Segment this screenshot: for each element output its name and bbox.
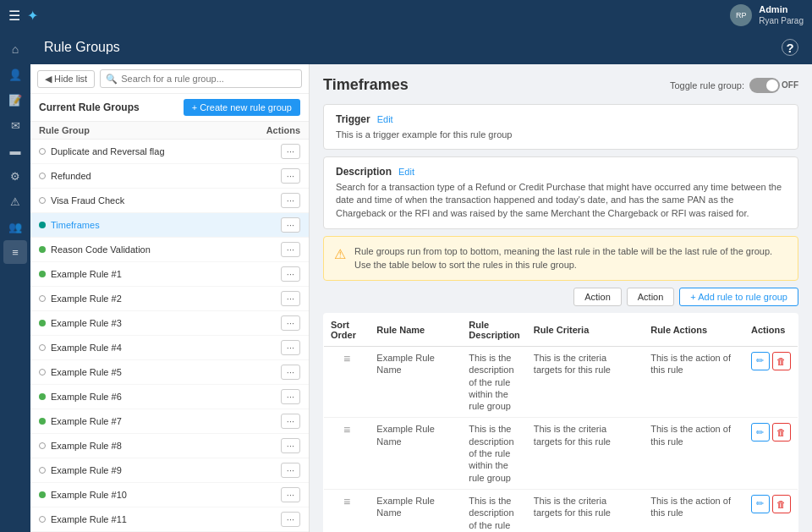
rule-name-col-header: Rule Name [370,313,462,346]
sort-order-col-header: Sort Order [324,313,370,346]
rule-group-col-header: Rule Group [39,125,90,135]
rule-item-name: Example Rule #7 [51,416,122,426]
drag-handle-icon[interactable]: ≡ [343,495,350,508]
rule-item-actions-button[interactable]: ··· [281,193,300,208]
rule-description-col-header: Rule Description [462,313,527,346]
trigger-label: Trigger [336,113,370,125]
action-button-1[interactable]: Action [573,288,622,306]
trigger-text: This is a trigger example for this rule … [336,129,512,140]
rule-list-item[interactable]: Example Rule #2··· [30,287,309,311]
rule-item-name: Example Rule #3 [51,318,122,328]
rule-list-item[interactable]: Visa Fraud Check··· [30,189,309,213]
rule-list-item[interactable]: Example Rule #1··· [30,262,309,287]
rule-list-item[interactable]: Duplicate and Reversal flag··· [30,140,309,164]
rule-list-item[interactable]: Example Rule #4··· [30,336,309,360]
avatar: RP [730,4,752,26]
warning-icon: ⚠ [334,246,346,262]
rule-list-item[interactable]: Refunded··· [30,164,309,189]
rule-list-item[interactable]: Timeframes··· [30,213,309,238]
delete-row-button[interactable]: 🗑 [772,352,791,370]
rule-criteria-cell: This is the criteria targets for this ru… [527,346,644,417]
rule-item-name: Example Rule #1 [51,269,122,279]
rule-item-actions-button[interactable]: ··· [281,217,300,233]
mail-icon[interactable]: ✉ [3,113,27,137]
top-logo-icon: ✦ [27,8,38,24]
toggle-label: Toggle rule group: [670,80,744,90]
rule-list-item[interactable]: Example Rule #3··· [30,311,309,336]
description-text: Search for a transaction type of a Refun… [336,182,782,218]
rule-item-actions-button[interactable]: ··· [281,463,300,478]
rule-item-actions-button[interactable]: ··· [281,389,300,404]
rules-table: Sort Order Rule Name Rule Description Ru… [323,313,798,532]
alert-icon[interactable]: ⚠ [3,189,27,213]
bars-icon[interactable]: ▬ [3,139,27,162]
help-icon[interactable]: ? [782,39,798,56]
rule-actions-col-header: Rule Actions [644,313,744,346]
rule-item-actions-button[interactable]: ··· [281,315,300,331]
settings-icon[interactable]: ⚙ [3,164,27,188]
rule-list-item[interactable]: Example Rule #5··· [30,360,309,385]
edit-row-button[interactable]: ✏ [751,352,770,370]
rule-name-cell: Example Rule Name [370,346,462,417]
rule-item-name: Example Rule #5 [51,367,122,377]
action-button-2[interactable]: Action [627,288,675,306]
rule-item-actions-button[interactable]: ··· [281,414,300,429]
rule-list-item[interactable]: Reason Code Validation··· [30,238,309,262]
rule-item-actions-button[interactable]: ··· [281,291,300,306]
rule-item-actions-button[interactable]: ··· [281,242,300,257]
rule-item-actions-button[interactable]: ··· [281,487,300,502]
rule-status-dot [39,148,46,155]
description-edit-link[interactable]: Edit [398,167,414,177]
hide-list-button[interactable]: ◀ Hide list [37,70,95,88]
rule-item-actions-button[interactable]: ··· [281,144,300,159]
hamburger-icon[interactable]: ☰ [8,8,20,24]
rule-item-actions-button[interactable]: ··· [281,438,300,453]
edit-doc-icon[interactable]: 📝 [3,88,27,112]
rule-status-dot [39,467,46,474]
drag-handle-icon[interactable]: ≡ [343,423,350,436]
rule-list-item[interactable]: Example Rule #6··· [30,385,309,409]
rule-item-name: Visa Fraud Check [51,195,124,206]
rule-status-dot [39,246,46,253]
edit-row-button[interactable]: ✏ [751,423,770,442]
drag-handle-icon[interactable]: ≡ [343,352,350,365]
rule-status-dot [39,222,46,228]
rule-status-dot [39,442,46,449]
rule-item-actions-button[interactable]: ··· [281,266,300,282]
rule-item-name: Example Rule #8 [51,441,122,451]
rule-status-dot [39,516,46,523]
rule-item-actions-button[interactable]: ··· [281,365,300,380]
edit-row-button[interactable]: ✏ [751,495,770,513]
rule-list-item[interactable]: Example Rule #7··· [30,409,309,434]
rule-list-item[interactable]: Example Rule #11··· [30,507,309,532]
list-icon[interactable]: ≡ [3,240,27,264]
delete-row-button[interactable]: 🗑 [772,423,791,442]
page-title: Rule Groups [44,40,120,55]
rule-item-name: Example Rule #2 [51,293,122,304]
rule-item-actions-button[interactable]: ··· [281,340,300,355]
rule-item-name: Example Rule #4 [51,343,122,353]
rule-actions-cell: This is the action of this rule [644,346,744,417]
trigger-edit-link[interactable]: Edit [377,114,393,124]
people-icon[interactable]: 👥 [3,215,27,239]
rule-item-actions-button[interactable]: ··· [281,512,300,527]
add-rule-to-group-button[interactable]: + Add rule to rule group [679,288,798,306]
delete-row-button[interactable]: 🗑 [772,495,791,513]
description-label: Description [336,166,392,178]
rule-item-actions-button[interactable]: ··· [281,168,300,184]
search-input[interactable] [100,69,302,88]
table-row: ≡ Example Rule Name This is the descript… [324,418,798,489]
user-icon[interactable]: 👤 [3,63,27,86]
rule-status-dot [39,491,46,498]
toggle-switch[interactable]: OFF [749,78,798,93]
rule-list-item[interactable]: Example Rule #9··· [30,458,309,483]
rule-list-item[interactable]: Example Rule #8··· [30,434,309,458]
create-new-rule-group-button[interactable]: + Create new rule group [184,99,300,116]
rule-item-name: Reason Code Validation [51,244,151,255]
rule-item-name: Example Rule #11 [51,514,127,524]
rule-actions-cell: This is the action of this rule [644,418,744,489]
toggle-state-label: OFF [782,80,798,90]
home-icon[interactable]: ⌂ [3,37,27,61]
rule-list-item[interactable]: Example Rule #10··· [30,483,309,507]
warning-text: Rule groups run from top to bottom, mean… [354,245,787,271]
